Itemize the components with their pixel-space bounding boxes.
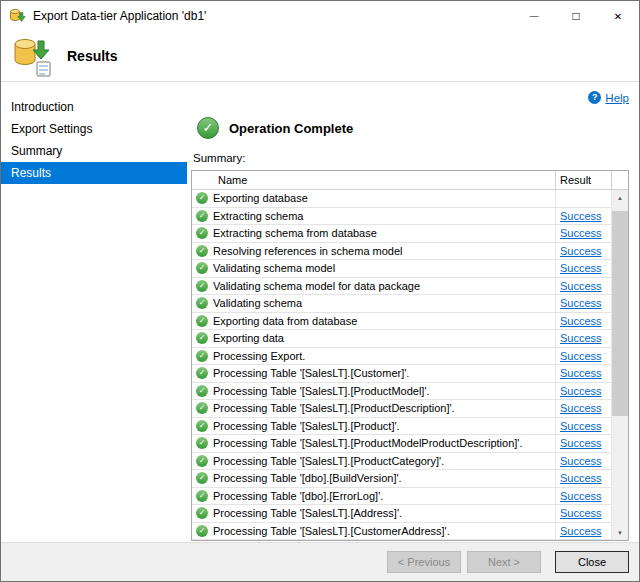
table-row[interactable]: ✓ Processing Table '[dbo].[ErrorLog]'. S…: [192, 488, 612, 506]
table-row[interactable]: ✓ Processing Table '[dbo].[BuildVersion]…: [192, 470, 612, 488]
table-row[interactable]: ✓ Processing Table '[SalesLT].[CustomerA…: [192, 523, 612, 541]
window-title: Export Data-tier Application 'db1': [33, 9, 513, 23]
row-result-link[interactable]: Success: [556, 243, 612, 260]
minimize-button[interactable]: —: [513, 1, 555, 31]
row-result-link[interactable]: Success: [556, 453, 612, 470]
table-row[interactable]: ✓ Processing Table '[SalesLT].[Customer]…: [192, 365, 612, 383]
row-result-link[interactable]: Success: [556, 278, 612, 295]
table-row[interactable]: ✓ Exporting data Success: [192, 330, 612, 348]
sidebar-item-export-settings[interactable]: Export Settings: [1, 118, 187, 140]
table-row[interactable]: ✓ Validating schema model Success: [192, 260, 612, 278]
row-check-icon: ✓: [196, 420, 208, 432]
row-result-link[interactable]: Success: [556, 383, 612, 400]
scrollbar-thumb[interactable]: [612, 211, 628, 416]
table-row[interactable]: ✓ Extracting schema from database Succes…: [192, 225, 612, 243]
row-name: Processing Table '[SalesLT].[Customer]'.: [213, 365, 556, 382]
row-check-icon: ✓: [196, 280, 208, 292]
row-name: Processing Table '[SalesLT].[ProductMode…: [213, 435, 556, 452]
status-row: ✓ Operation Complete: [197, 116, 629, 140]
previous-button[interactable]: < Previous: [387, 551, 461, 573]
table-row[interactable]: ✓ Processing Table '[SalesLT].[ProductCa…: [192, 453, 612, 471]
row-result-link[interactable]: Success: [556, 435, 612, 452]
sidebar-item-results[interactable]: Results: [1, 162, 187, 184]
row-name: Exporting data from database: [213, 313, 556, 330]
table-row[interactable]: ✓ Processing Table '[SalesLT].[ProductMo…: [192, 435, 612, 453]
table-row[interactable]: ✓ Processing Table '[SalesLT].[ProductDe…: [192, 400, 612, 418]
row-result-link[interactable]: Success: [556, 400, 612, 417]
sidebar-item-summary[interactable]: Summary: [1, 140, 187, 162]
wizard-nav: Introduction Export Settings Summary Res…: [1, 82, 187, 542]
row-result-link[interactable]: Success: [556, 348, 612, 365]
help-icon: ?: [588, 91, 601, 104]
row-name: Validating schema model for data package: [213, 278, 556, 295]
sidebar-item-introduction[interactable]: Introduction: [1, 96, 187, 118]
row-result-link[interactable]: Success: [556, 505, 612, 522]
row-check-icon: ✓: [196, 472, 208, 484]
table-row[interactable]: ✓ Processing Table '[SalesLT].[Address]'…: [192, 505, 612, 523]
row-check-icon: ✓: [196, 192, 208, 204]
row-result-link[interactable]: Success: [556, 418, 612, 435]
help-link[interactable]: ? Help: [588, 91, 629, 104]
table-row[interactable]: ✓ Processing Export. Success: [192, 348, 612, 366]
scrollbar-track[interactable]: [612, 205, 628, 525]
vertical-scrollbar[interactable]: ▲ ▼: [612, 190, 628, 540]
row-name: Processing Table '[dbo].[BuildVersion]'.: [213, 470, 556, 487]
row-check-icon: ✓: [196, 455, 208, 467]
maximize-button[interactable]: □: [555, 1, 597, 31]
row-check-icon: ✓: [196, 332, 208, 344]
row-result-link[interactable]: Success: [556, 470, 612, 487]
row-result-link[interactable]: Success: [556, 208, 612, 225]
row-check-icon: ✓: [196, 367, 208, 379]
export-wizard-window: Export Data-tier Application 'db1' — □ ✕…: [0, 0, 640, 582]
row-name: Extracting schema from database: [213, 225, 556, 242]
row-check-icon: ✓: [196, 227, 208, 239]
row-result-link[interactable]: Success: [556, 225, 612, 242]
row-check-icon: ✓: [196, 385, 208, 397]
table-row[interactable]: ✓ Exporting data from database Success: [192, 313, 612, 331]
column-header-spacer: [612, 171, 628, 189]
row-name: Exporting data: [213, 330, 556, 347]
row-name: Extracting schema: [213, 208, 556, 225]
table-row[interactable]: ✓ Extracting schema Success: [192, 208, 612, 226]
table-row[interactable]: ✓ Exporting database: [192, 190, 612, 208]
row-result-link[interactable]: Success: [556, 295, 612, 312]
page-title: Results: [67, 48, 118, 64]
table-row[interactable]: ✓ Resolving references in schema model S…: [192, 243, 612, 261]
results-table-body: ✓ Exporting database ✓ Extracting schema…: [192, 190, 612, 540]
table-row[interactable]: ✓ Processing Table '[SalesLT].[Product]'…: [192, 418, 612, 436]
row-check-icon: ✓: [196, 507, 208, 519]
row-check-icon: ✓: [196, 402, 208, 414]
table-header: Name Result: [192, 171, 628, 190]
row-result-link[interactable]: Success: [556, 488, 612, 505]
row-result-link[interactable]: Success: [556, 313, 612, 330]
table-row[interactable]: ✓ Validating schema Success: [192, 295, 612, 313]
row-result-link[interactable]: Success: [556, 330, 612, 347]
table-row[interactable]: ✓ Processing Table '[SalesLT].[ProductMo…: [192, 383, 612, 401]
column-header-name[interactable]: Name: [192, 171, 556, 189]
row-name: Processing Table '[SalesLT].[Address]'.: [213, 505, 556, 522]
row-name: Processing Table '[SalesLT].[ProductCate…: [213, 453, 556, 470]
export-dacpac-icon: [11, 35, 53, 77]
titlebar[interactable]: Export Data-tier Application 'db1' — □ ✕: [1, 1, 639, 31]
row-check-icon: ✓: [196, 315, 208, 327]
footer-bar: < Previous Next > Close: [1, 542, 639, 581]
operation-complete-icon: ✓: [197, 117, 219, 139]
row-name: Resolving references in schema model: [213, 243, 556, 260]
help-label: Help: [605, 92, 629, 104]
close-icon[interactable]: ✕: [597, 1, 639, 31]
scroll-down-icon[interactable]: ▼: [612, 525, 628, 540]
row-check-icon: ✓: [196, 297, 208, 309]
scroll-up-icon[interactable]: ▲: [612, 190, 628, 205]
row-name: Processing Table '[SalesLT].[ProductMode…: [213, 383, 556, 400]
row-check-icon: ✓: [196, 210, 208, 222]
row-check-icon: ✓: [196, 245, 208, 257]
row-result-link[interactable]: Success: [556, 260, 612, 277]
table-row[interactable]: ✓ Validating schema model for data packa…: [192, 278, 612, 296]
row-result-link: [556, 190, 612, 207]
column-header-result[interactable]: Result: [556, 171, 612, 189]
row-result-link[interactable]: Success: [556, 365, 612, 382]
close-wizard-button[interactable]: Close: [555, 551, 629, 573]
next-button[interactable]: Next >: [467, 551, 541, 573]
row-name: Validating schema: [213, 295, 556, 312]
row-result-link[interactable]: Success: [556, 523, 612, 540]
